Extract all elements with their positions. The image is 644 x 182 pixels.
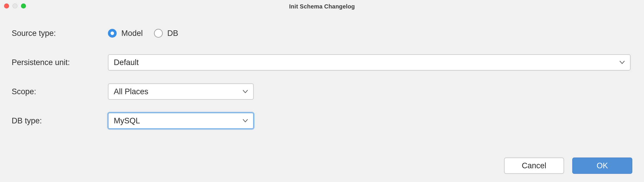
titlebar: Init Schema Changelog	[0, 0, 644, 13]
select-db-type-value: MySQL	[114, 116, 140, 125]
row-scope: Scope: All Places	[12, 83, 632, 100]
select-db-type[interactable]: MySQL	[108, 113, 254, 129]
label-scope: Scope:	[12, 87, 108, 96]
select-scope-value: All Places	[114, 87, 148, 96]
label-source-type: Source type:	[12, 29, 108, 38]
chevron-down-icon	[243, 119, 248, 123]
radio-label-model: Model	[121, 29, 143, 38]
minimize-window-button[interactable]	[13, 4, 18, 8]
zoom-window-button[interactable]	[21, 4, 26, 8]
select-persistence-unit[interactable]: Default	[108, 54, 631, 71]
radio-source-db[interactable]: DB	[154, 29, 178, 38]
label-persistence-unit: Persistence unit:	[12, 58, 108, 67]
ok-button-label: OK	[596, 161, 608, 170]
source-type-radio-group: Model DB	[108, 29, 178, 38]
select-scope[interactable]: All Places	[108, 83, 254, 100]
ok-button[interactable]: OK	[572, 158, 632, 174]
window-controls	[4, 4, 26, 8]
cancel-button[interactable]: Cancel	[504, 158, 564, 174]
chevron-down-icon	[620, 61, 625, 64]
window-title: Init Schema Changelog	[289, 3, 355, 10]
row-persistence-unit: Persistence unit: Default	[12, 54, 632, 71]
cancel-button-label: Cancel	[522, 161, 546, 170]
label-db-type: DB type:	[12, 116, 108, 125]
radio-label-db: DB	[167, 29, 178, 38]
dialog-footer: Cancel OK	[504, 158, 632, 174]
row-db-type: DB type: MySQL	[12, 112, 632, 130]
close-window-button[interactable]	[4, 4, 9, 8]
chevron-down-icon	[243, 90, 248, 93]
radio-dot-icon	[108, 29, 117, 38]
radio-source-model[interactable]: Model	[108, 29, 143, 38]
dialog-content: Source type: Model DB Persistence unit: …	[0, 13, 644, 130]
radio-dot-icon	[154, 29, 163, 38]
row-source-type: Source type: Model DB	[12, 24, 632, 42]
select-persistence-unit-value: Default	[114, 58, 139, 67]
